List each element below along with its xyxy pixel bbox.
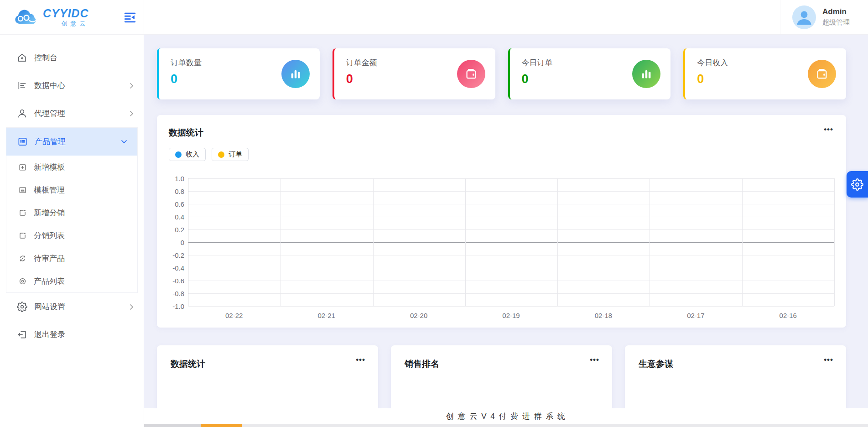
y-tick-label: 0.8 <box>175 187 184 195</box>
x-tick-label: 02-16 <box>780 312 797 319</box>
y-tick-label: -1.0 <box>172 302 184 310</box>
bottom-scrollbar[interactable] <box>144 424 868 427</box>
main-content: 订单数量 0 订单金额 0 <box>144 35 868 427</box>
wallet-icon <box>457 60 485 88</box>
logout-icon <box>17 329 27 340</box>
sidebar-item-product-management[interactable]: 产品管理 <box>6 128 137 156</box>
gridline-vertical <box>281 178 281 306</box>
y-tick-label: 0.4 <box>175 213 184 221</box>
user-icon <box>17 108 27 119</box>
sidebar-subitem-new-distribution[interactable]: 新增分销 <box>6 201 137 224</box>
gridline-horizontal <box>188 178 834 179</box>
gridline-vertical <box>742 178 743 306</box>
chart-plot: 1.00.80.60.40.20-0.2-0.4-0.6-0.8-1.0 <box>169 178 834 306</box>
sidebar-subitem-label: 新增模板 <box>34 162 65 172</box>
avatar-person-icon <box>792 5 816 29</box>
sidebar-subitem-template-management[interactable]: 模板管理 <box>6 178 137 201</box>
gridline-vertical <box>557 178 558 306</box>
user-info: Admin 超级管理 <box>822 7 850 27</box>
cloud-logo-icon <box>13 8 39 26</box>
y-tick-label: 0.2 <box>175 226 184 234</box>
chart-y-labels: 1.00.80.60.40.20-0.2-0.4-0.6-0.8-1.0 <box>169 178 188 306</box>
sidebar-item-console[interactable]: 控制台 <box>0 44 144 72</box>
sidebar: CYYIDC 创意云 控制台 <box>0 0 144 427</box>
y-tick-label: -0.2 <box>172 251 184 259</box>
more-icon[interactable]: ••• <box>356 355 365 365</box>
topbar: Admin 超级管理 <box>144 0 868 35</box>
legend-label: 订单 <box>229 150 242 159</box>
footer: 创 意 云 V 4 付 费 进 群 系 统 <box>144 408 868 424</box>
chart-grid <box>188 178 834 306</box>
legend-item-income[interactable]: 收入 <box>169 148 206 161</box>
stat-card-order-count: 订单数量 0 <box>157 48 320 99</box>
sidebar-item-data-center[interactable]: 数据中心 <box>0 72 144 99</box>
x-tick-label: 02-18 <box>595 312 612 319</box>
home-icon <box>17 52 27 63</box>
gridline-horizontal <box>188 268 834 268</box>
sidebar-subitem-label: 新增分销 <box>34 208 65 218</box>
brand-tagline: 创意云 <box>43 21 88 26</box>
wallet-icon <box>808 60 836 88</box>
user-menu[interactable]: Admin 超级管理 <box>780 0 868 34</box>
sidebar-group-product-management: 产品管理 新增模板 <box>6 127 138 293</box>
align-left-icon <box>17 80 27 91</box>
sidebar-subitem-product-list[interactable]: 产品列表 <box>6 270 137 292</box>
image-doc-icon <box>18 186 27 194</box>
gridline-horizontal <box>188 229 834 230</box>
gridline-horizontal <box>188 281 834 281</box>
y-tick-label: 1.0 <box>175 175 184 182</box>
footer-text: 创 意 云 V 4 付 费 进 群 系 统 <box>446 411 566 422</box>
sidebar-item-label: 数据中心 <box>34 80 65 91</box>
sidebar-subitem-distribution-list[interactable]: 分销列表 <box>6 224 137 247</box>
sidebar-item-agent-management[interactable]: 代理管理 <box>0 99 144 127</box>
more-icon[interactable]: ••• <box>824 355 833 365</box>
legend-dot <box>218 151 224 158</box>
sidebar-collapse-icon[interactable] <box>124 11 136 24</box>
y-tick-label: -0.6 <box>172 277 184 285</box>
brand-name: CYYIDC <box>43 8 88 19</box>
y-tick-label: -0.8 <box>172 290 184 297</box>
y-tick-label: 0 <box>181 239 184 246</box>
list-icon <box>17 136 28 147</box>
y-tick-label: -0.4 <box>172 264 184 272</box>
gridline-horizontal <box>188 242 834 243</box>
x-tick-label: 02-22 <box>225 312 243 319</box>
scrollbar-thumb[interactable] <box>201 424 242 427</box>
gridline-vertical <box>650 178 650 306</box>
chart-title: 数据统计 <box>169 127 834 139</box>
target-icon <box>18 277 27 286</box>
legend-dot <box>175 151 182 158</box>
more-icon[interactable]: ••• <box>824 125 833 134</box>
logo-row: CYYIDC 创意云 <box>0 0 144 35</box>
gridline-vertical <box>834 178 835 306</box>
gridline-vertical <box>465 178 466 306</box>
add-box-icon <box>18 163 27 172</box>
sidebar-subitem-label: 待审产品 <box>34 253 65 264</box>
sync-icon <box>18 254 27 263</box>
gridline-horizontal <box>188 191 834 192</box>
stat-card-row: 订单数量 0 订单金额 0 <box>157 48 846 99</box>
more-icon[interactable]: ••• <box>590 355 599 365</box>
panel-title: 销售排名 <box>405 358 598 370</box>
gridline-horizontal <box>188 293 834 294</box>
sidebar-item-label: 代理管理 <box>34 108 65 119</box>
sidebar-subitem-new-template[interactable]: 新增模板 <box>6 156 137 178</box>
avatar <box>792 5 816 29</box>
chevron-right-icon <box>130 83 134 89</box>
stat-card-today-orders: 今日订单 0 <box>508 48 671 99</box>
app-root: CYYIDC 创意云 控制台 <box>0 0 868 427</box>
gridline-horizontal <box>188 204 834 204</box>
chevron-down-icon <box>121 140 127 144</box>
sidebar-item-label: 网站设置 <box>34 302 65 312</box>
legend-item-orders[interactable]: 订单 <box>212 148 249 161</box>
sidebar-item-logout[interactable]: 退出登录 <box>0 321 144 349</box>
theme-settings-button[interactable] <box>847 171 868 198</box>
chart-legend: 收入 订单 <box>169 148 834 161</box>
copy-dot-icon <box>18 208 27 217</box>
sidebar-item-site-settings[interactable]: 网站设置 <box>0 293 144 321</box>
sidebar-subitem-pending-products[interactable]: 待审产品 <box>6 247 137 270</box>
sidebar-subitem-label: 产品列表 <box>34 276 65 286</box>
chevron-right-icon <box>130 110 134 117</box>
y-tick-label: 0.6 <box>175 200 184 208</box>
chart-panel: 数据统计 ••• 收入 订单 1.00.80.60.40.20-0.2-0.4-… <box>157 115 846 328</box>
